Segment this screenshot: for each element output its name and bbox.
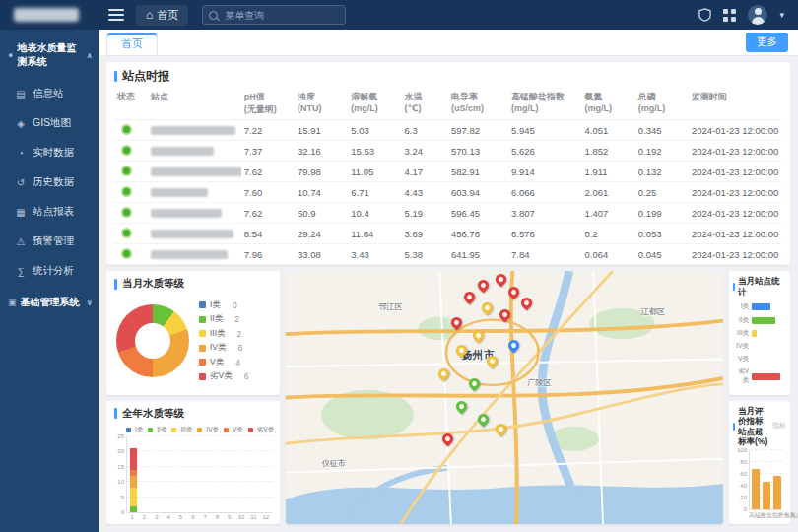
column-name: 总磷: [638, 91, 686, 103]
yearly-grade-stacked-chart: I类II类III类IV类V类劣V类 0510152025 12345678910…: [106, 425, 280, 525]
hbar-category-label: IV类: [732, 342, 749, 351]
title-accent-bar: [114, 71, 117, 82]
sidebar-item-station-report[interactable]: ▦站点报表: [0, 197, 99, 227]
column-name: 站点: [151, 91, 238, 103]
y-tick-label: 100: [736, 447, 747, 453]
hbar-row: I类: [732, 302, 785, 311]
right-chart-column: 当月站点统计 I类II类III类IV类V类劣V类 当月评价指标站点超标率(%) …: [729, 271, 790, 524]
grid-apps-icon[interactable]: [723, 9, 736, 22]
shield-icon[interactable]: [698, 8, 711, 22]
hbar-row: II类: [732, 316, 785, 325]
legend-item: I类: [126, 426, 143, 434]
sidebar-item-history-data[interactable]: ↺历史数据: [0, 167, 99, 197]
status-dot-normal: [121, 145, 132, 156]
stack-slot: [212, 436, 224, 513]
stacked-bar: [130, 436, 137, 513]
legend-item: IV类6: [199, 342, 248, 354]
x-tick-label: 7: [199, 514, 211, 520]
value-cell: 7.84: [508, 244, 582, 265]
stacked-chart-plot: 0510152025: [126, 436, 272, 514]
legend-value: 6: [238, 343, 243, 353]
column-unit: (uS/cm): [451, 103, 505, 113]
x-tick-label: 氨氮: [784, 511, 796, 520]
sidebar-item-realtime-data[interactable]: ◔实时数据: [0, 138, 99, 167]
legend-label: V类: [233, 426, 243, 434]
station-cell: [148, 203, 241, 224]
more-button[interactable]: 更多: [746, 33, 788, 52]
search-input[interactable]: [223, 9, 339, 22]
redacted-station-name: [151, 188, 208, 197]
x-tick-label: 11: [247, 514, 259, 520]
legend-label: 劣V类: [210, 370, 233, 382]
value-cell: 0.045: [635, 244, 689, 265]
value-cell: 0.053: [635, 224, 689, 244]
stacked-bar: [214, 436, 221, 513]
hamburger-menu-icon[interactable]: [108, 9, 124, 21]
sidebar-system-title[interactable]: ● 地表水质量监测系统 ∧: [0, 30, 99, 79]
exceed-rate-title: 当月评价指标站点超标率(%) 指标: [729, 401, 790, 450]
x-tick-label: 5: [174, 514, 186, 520]
sidebar: ● 地表水质量监测系统 ∧ ▤信息站◈GIS地图◔实时数据↺历史数据▦站点报表⚠…: [0, 30, 99, 532]
monthly-station-bar-chart: I类II类III类IV类V类劣V类: [729, 299, 790, 394]
y-tick-label: 5: [113, 495, 124, 500]
legend-value: 2: [237, 329, 242, 339]
chevron-down-icon[interactable]: ▾: [779, 10, 784, 20]
column-unit: (mg/L): [511, 103, 579, 113]
value-cell: 29.24: [295, 224, 348, 244]
legend-item: II类: [148, 426, 166, 434]
value-cell: 33.08: [295, 244, 348, 265]
value-cell: 4.43: [402, 182, 448, 203]
topbar-home-label: 首页: [157, 8, 178, 23]
vbar-slot: [761, 450, 771, 509]
sidebar-item-alert-management[interactable]: ⚠预警管理: [0, 227, 99, 256]
sidebar-item-base-management[interactable]: ▣ 基础管理系统 ∨: [0, 286, 99, 319]
y-tick-label: 25: [113, 433, 124, 439]
gis-map[interactable]: 扬州市邗江区江都区广陵区仪征市: [286, 271, 723, 524]
column-name: 浊度: [298, 91, 345, 103]
column-name: 溶解氧: [351, 91, 398, 103]
user-avatar[interactable]: [748, 5, 767, 25]
table-row: 7.3732.1615.533.24570.135.6261.8520.1922…: [114, 141, 782, 162]
chevron-up-icon: ∧: [87, 51, 94, 60]
column-header: 水温(℃): [402, 89, 448, 120]
column-unit: (℃): [405, 103, 445, 113]
title-accent-bar: [114, 279, 117, 290]
y-tick-label: 80: [736, 459, 747, 465]
legend-item: III类2: [199, 328, 248, 340]
redacted-station-name: [151, 230, 233, 238]
stack-segment: [130, 476, 137, 488]
legend-label: 劣V类: [257, 426, 274, 434]
legend-item: I类0: [199, 299, 248, 311]
topbar-home-button[interactable]: ⌂ 首页: [136, 5, 188, 26]
vbar-bar: [763, 482, 770, 509]
value-cell: 4.17: [402, 162, 448, 182]
search-icon: [209, 11, 218, 20]
time-cell: 2024-01-23 12:00:00: [689, 203, 782, 224]
value-cell: 7.37: [241, 141, 295, 162]
stacked-bar: [178, 436, 185, 513]
monthly-grade-donut-chart: I类0II类2III类2IV类6V类4劣V类6: [106, 295, 280, 395]
menu-search[interactable]: [202, 5, 346, 25]
home-icon: ⌂: [146, 9, 153, 21]
hbar-track: [752, 303, 785, 310]
value-cell: 641.95: [448, 244, 508, 265]
sidebar-item-label: 信息站: [33, 87, 64, 100]
sidebar-item-info-station[interactable]: ▤信息站: [0, 79, 99, 108]
value-cell: 4.051: [582, 120, 635, 141]
x-tick-label: 3: [151, 514, 163, 520]
stack-segment: [130, 488, 137, 506]
status-cell: [114, 141, 148, 162]
sidebar-item-gis-map[interactable]: ◈GIS地图: [0, 108, 99, 138]
legend-swatch: [199, 316, 206, 323]
legend-item: V类4: [199, 357, 248, 368]
sidebar-item-stats-analysis[interactable]: ∑统计分析: [0, 256, 99, 286]
legend-label: II类: [157, 426, 166, 434]
legend-item: III类: [171, 426, 192, 434]
x-tick-label: 高锰酸盐指数: [749, 511, 784, 520]
column-header: 站点: [148, 89, 241, 120]
tab-home[interactable]: 首页: [106, 33, 158, 55]
value-cell: 5.945: [508, 120, 582, 141]
station-cell: [148, 120, 241, 141]
info-board-icon: ▤: [15, 89, 27, 100]
stack-slot: [152, 436, 164, 513]
